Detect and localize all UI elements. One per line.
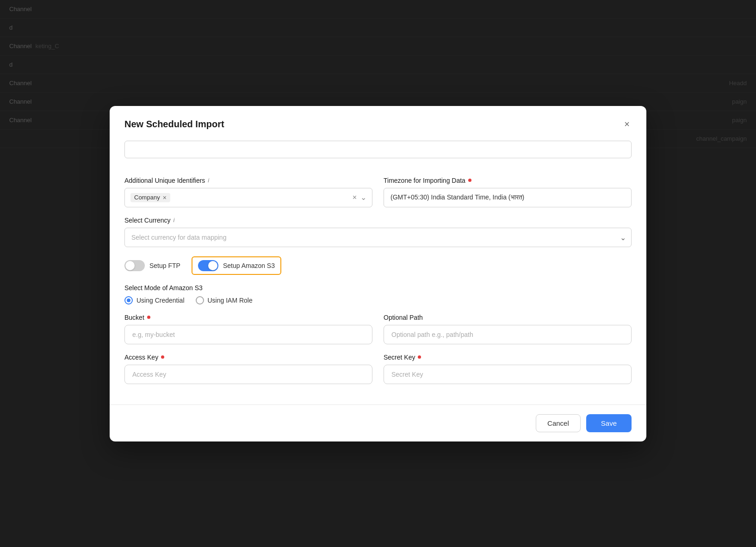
optional-path-label: Optional Path	[384, 314, 632, 321]
save-button[interactable]: Save	[586, 414, 632, 432]
access-key-required-dot	[161, 355, 164, 359]
radio-iam-label: Using IAM Role	[208, 297, 253, 304]
secret-key-label: Secret Key	[384, 354, 632, 361]
ftp-toggle[interactable]	[124, 260, 145, 271]
access-key-label: Access Key	[124, 354, 372, 361]
timezone-required-dot	[468, 179, 471, 182]
top-input[interactable]	[124, 141, 632, 158]
modal-title: New Scheduled Import	[124, 119, 224, 130]
top-input-area	[124, 141, 632, 168]
bucket-path-row: Bucket Optional Path	[124, 314, 632, 344]
keys-row: Access Key Secret Key	[124, 354, 632, 384]
mode-section: Select Mode of Amazon S3 Using Credentia…	[124, 284, 632, 305]
access-key-group: Access Key	[124, 354, 372, 384]
company-tag-remove[interactable]: ×	[163, 194, 167, 201]
optional-path-input[interactable]	[384, 325, 632, 344]
ftp-toggle-group: Setup FTP	[124, 260, 180, 271]
tag-input-icons: × ⌄	[353, 193, 366, 202]
secret-key-group: Secret Key	[384, 354, 632, 384]
bucket-label: Bucket	[124, 314, 372, 321]
secret-key-required-dot	[418, 355, 421, 359]
company-tag: Company ×	[130, 193, 170, 202]
cancel-button[interactable]: Cancel	[536, 414, 581, 432]
amazon-s3-toggle[interactable]	[198, 260, 218, 271]
modal-header: New Scheduled Import ×	[110, 106, 646, 141]
modal-body: Additional Unique Identifiers i Company …	[110, 141, 646, 404]
modal: New Scheduled Import × Additional Unique…	[110, 106, 646, 441]
radio-credential-btn	[124, 296, 133, 305]
mode-section-title: Select Mode of Amazon S3	[124, 284, 632, 292]
currency-select-wrapper: Select currency for data mapping ⌄	[124, 228, 632, 247]
radio-using-iam[interactable]: Using IAM Role	[196, 296, 253, 305]
amazon-s3-toggle-knob	[208, 261, 217, 270]
ftp-toggle-knob	[125, 261, 135, 270]
bucket-required-dot	[147, 316, 150, 319]
amazon-s3-highlight: Setup Amazon S3	[192, 256, 281, 275]
timezone-label: Timezone for Importing Data	[384, 177, 632, 184]
currency-label: Select Currency i	[124, 217, 632, 224]
bucket-group: Bucket	[124, 314, 372, 344]
radio-credential-label: Using Credential	[136, 297, 185, 304]
currency-info-icon: i	[174, 217, 175, 224]
toggles-row: Setup FTP Setup Amazon S3	[124, 256, 632, 275]
access-key-input[interactable]	[124, 365, 372, 384]
radio-iam-btn	[196, 296, 204, 305]
amazon-s3-toggle-label: Setup Amazon S3	[223, 262, 275, 269]
radio-using-credential[interactable]: Using Credential	[124, 296, 185, 305]
mode-radio-group: Using Credential Using IAM Role	[124, 296, 632, 305]
identifiers-label: Additional Unique Identifiers i	[124, 177, 372, 184]
close-button[interactable]: ×	[622, 117, 632, 131]
identifiers-group: Additional Unique Identifiers i Company …	[124, 177, 372, 207]
identifiers-info-icon: i	[208, 177, 209, 184]
timezone-group: Timezone for Importing Data (GMT+05:30) …	[384, 177, 632, 207]
secret-key-input[interactable]	[384, 365, 632, 384]
modal-overlay: New Scheduled Import × Additional Unique…	[0, 0, 756, 547]
tag-clear-icon[interactable]: ×	[353, 193, 357, 202]
currency-group: Select Currency i Select currency for da…	[124, 217, 632, 247]
identifiers-tag-input[interactable]: Company × × ⌄	[124, 188, 372, 207]
tag-chevron-icon[interactable]: ⌄	[360, 193, 366, 202]
modal-footer: Cancel Save	[110, 404, 646, 441]
ftp-toggle-label: Setup FTP	[149, 262, 180, 269]
timezone-value[interactable]: (GMT+05:30) India Standard Time, India (…	[384, 188, 632, 207]
identifiers-timezone-row: Additional Unique Identifiers i Company …	[124, 177, 632, 207]
optional-path-group: Optional Path	[384, 314, 632, 344]
bucket-input[interactable]	[124, 325, 372, 344]
currency-select[interactable]: Select currency for data mapping	[124, 228, 632, 247]
